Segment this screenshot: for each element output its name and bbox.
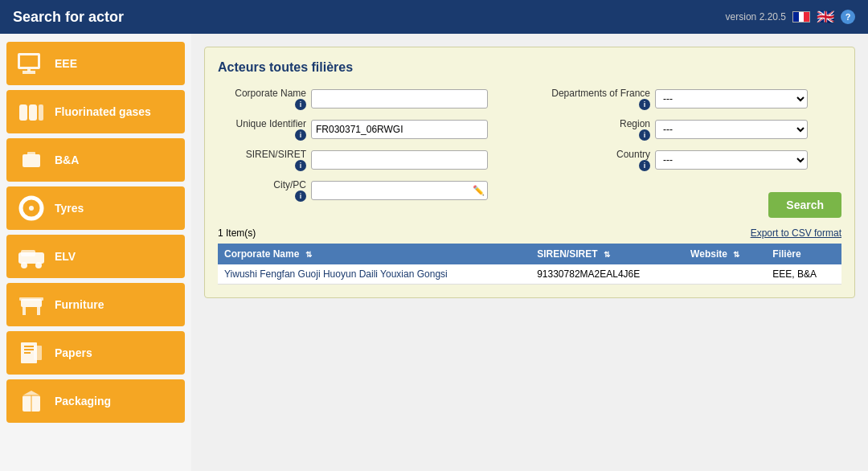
sidebar-label-papers: Papers: [55, 346, 92, 360]
svg-rect-5: [29, 104, 37, 121]
svg-marker-26: [23, 391, 40, 395]
sort-icon-website: ⇅: [733, 250, 739, 259]
svg-point-11: [29, 206, 34, 211]
unique-identifier-label: Unique Identifier: [236, 118, 306, 129]
results-count: 1 Item(s): [218, 227, 256, 239]
svg-point-14: [21, 262, 27, 268]
main-container: EEE Fluorinated gases B&A: [0, 34, 868, 471]
svg-rect-23: [24, 352, 31, 354]
sidebar-item-ba[interactable]: B&A: [6, 138, 185, 182]
furniture-icon: [14, 289, 48, 320]
sidebar-label-fluorinated: Fluorinated gases: [55, 105, 151, 119]
sidebar-item-fluorinated-gases[interactable]: Fluorinated gases: [6, 90, 185, 133]
svg-rect-4: [19, 104, 27, 121]
flag-fr-icon[interactable]: [792, 11, 810, 23]
sidebar-label-elv: ELV: [55, 250, 76, 264]
svg-rect-19: [19, 297, 43, 301]
svg-rect-1: [20, 55, 38, 67]
table-row: Yiwushi Fengfan Guoji Huoyun Daili Youxi…: [218, 264, 841, 285]
svg-rect-3: [27, 69, 31, 72]
col-header-corporate-name[interactable]: Corporate Name ⇅: [218, 244, 530, 264]
sidebar-item-elv[interactable]: ELV: [6, 235, 185, 278]
sidebar-item-packaging[interactable]: Packaging: [6, 379, 185, 423]
corporate-name-input[interactable]: [311, 89, 488, 109]
svg-rect-8: [27, 152, 35, 155]
city-pc-label: City/PC: [273, 179, 306, 190]
svg-rect-6: [39, 104, 43, 121]
fluorinated-gases-icon: [14, 96, 48, 127]
search-button[interactable]: Search: [768, 192, 841, 218]
city-pc-row: City/PC i ✏️: [218, 179, 514, 202]
results-meta: 1 Item(s) Export to CSV format: [218, 227, 841, 239]
city-pc-info-icon[interactable]: i: [295, 190, 306, 202]
country-select[interactable]: ---: [655, 150, 808, 170]
country-info-icon[interactable]: i: [639, 160, 650, 171]
sidebar-label-furniture: Furniture: [55, 298, 104, 312]
country-label: Country: [616, 149, 650, 160]
svg-rect-22: [24, 349, 34, 350]
svg-rect-13: [21, 250, 35, 256]
sort-icon-siren: ⇅: [604, 250, 610, 259]
edit-icon[interactable]: ✏️: [473, 185, 485, 196]
svg-rect-18: [37, 307, 40, 315]
eee-icon: [14, 48, 48, 79]
sidebar-label-eee: EEE: [55, 57, 77, 71]
elv-icon: [14, 241, 48, 272]
panel-title: Acteurs toutes filières: [218, 60, 841, 75]
svg-rect-7: [23, 154, 40, 167]
sidebar-label-tyres: Tyres: [55, 202, 84, 215]
sidebar-item-papers[interactable]: Papers: [6, 331, 185, 375]
unique-identifier-input[interactable]: [311, 120, 488, 139]
flag-uk-icon[interactable]: 🇬🇧: [817, 11, 834, 23]
search-form: Corporate Name i Unique Identifier i: [218, 88, 841, 218]
sidebar-label-packaging: Packaging: [55, 395, 111, 408]
sidebar-item-furniture[interactable]: Furniture: [6, 283, 185, 326]
corporate-name-link[interactable]: Yiwushi Fengfan Guoji Huoyun Daili Youxi…: [224, 268, 448, 280]
app-header: Search for actor version 2.20.5 🇬🇧 ?: [0, 0, 868, 34]
col-header-website[interactable]: Website ⇅: [684, 244, 766, 264]
departments-select[interactable]: ---: [655, 89, 808, 109]
col-header-siren-siret[interactable]: SIREN/SIRET ⇅: [530, 244, 684, 264]
departments-row: Departments of France i ---: [546, 88, 841, 110]
svg-rect-21: [24, 346, 34, 347]
sidebar-item-eee[interactable]: EEE: [6, 42, 185, 85]
papers-icon: [14, 338, 48, 368]
country-row: Country i ---: [546, 149, 841, 171]
sort-icon-corporate: ⇅: [305, 250, 312, 259]
header-right: version 2.20.5 🇬🇧 ?: [726, 10, 855, 24]
sidebar: EEE Fluorinated gases B&A: [0, 34, 191, 471]
siren-siret-row: SIREN/SIRET i: [218, 149, 514, 171]
corporate-name-row: Corporate Name i: [218, 88, 514, 110]
search-panel: Acteurs toutes filières Corporate Name i…: [204, 47, 855, 298]
cell-siren-siret: 91330782MA2EAL4J6E: [530, 264, 684, 285]
corporate-name-label: Corporate Name: [235, 88, 306, 99]
siren-siret-label: SIREN/SIRET: [246, 149, 306, 160]
cell-corporate-name: Yiwushi Fengfan Guoji Huoyun Daili Youxi…: [218, 264, 530, 285]
left-form-col: Corporate Name i Unique Identifier i: [218, 88, 514, 218]
siren-siret-input[interactable]: [311, 150, 488, 170]
siren-siret-info-icon[interactable]: i: [295, 160, 306, 171]
col-header-filiere[interactable]: Filière: [766, 244, 841, 264]
sidebar-label-ba: B&A: [55, 154, 79, 167]
svg-rect-17: [23, 307, 26, 315]
unique-identifier-info-icon[interactable]: i: [295, 129, 306, 141]
region-label: Region: [620, 118, 650, 129]
help-icon[interactable]: ?: [841, 10, 855, 24]
city-pc-input[interactable]: [311, 181, 488, 200]
region-select[interactable]: ---: [655, 120, 808, 139]
departments-label: Departments of France: [551, 88, 650, 99]
results-section: 1 Item(s) Export to CSV format Corporate…: [218, 227, 841, 285]
tyres-icon: [14, 193, 48, 223]
unique-identifier-row: Unique Identifier i: [218, 118, 514, 141]
sidebar-item-tyres[interactable]: Tyres: [6, 186, 185, 230]
departments-info-icon[interactable]: i: [639, 99, 650, 110]
corporate-name-info-icon[interactable]: i: [295, 99, 306, 110]
svg-rect-24: [34, 346, 42, 360]
city-input-wrapper: ✏️: [311, 181, 488, 200]
export-csv-link[interactable]: Export to CSV format: [751, 227, 841, 239]
ba-icon: [14, 145, 48, 175]
region-info-icon[interactable]: i: [639, 129, 650, 141]
page-title: Search for actor: [13, 9, 124, 26]
cell-website: [684, 264, 766, 285]
results-table: Corporate Name ⇅ SIREN/SIRET ⇅ Website ⇅: [218, 244, 841, 285]
